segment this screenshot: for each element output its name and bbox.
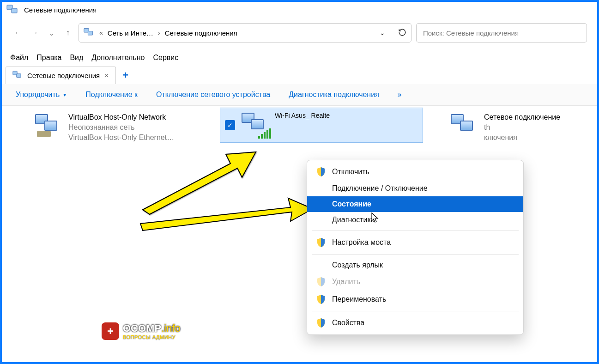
- ctx-diagnostics[interactable]: Диагностика: [307, 212, 523, 228]
- tab-strip: Сетевые подключения × +: [2, 65, 597, 84]
- address-dropdown-icon[interactable]: ⌄: [380, 29, 385, 36]
- menu-file[interactable]: Файл: [10, 54, 28, 62]
- content-area: VirtualBox Host-Only Network Неопознанна…: [2, 106, 597, 122]
- ctx-bridge[interactable]: Настройка моста: [307, 234, 523, 251]
- tab-label: Сетевые подключения: [27, 72, 100, 79]
- nav-up-button[interactable]: ↑: [62, 27, 74, 39]
- shield-icon: [316, 167, 326, 177]
- toolbar-disable[interactable]: Отключение сетевого устройства: [156, 91, 270, 99]
- tab-icon: [12, 71, 23, 80]
- menu-extra[interactable]: Дополнительно: [91, 54, 145, 62]
- network-adapter-icon: [34, 113, 63, 140]
- breadcrumb-seg1[interactable]: Сеть и Инте…: [108, 29, 153, 37]
- app-icon: [6, 5, 19, 15]
- window-title: Сетевые подключения: [24, 6, 97, 14]
- menu-service[interactable]: Сервис: [153, 54, 179, 62]
- search-input[interactable]: Поиск: Сетевые подключения: [416, 23, 587, 42]
- window-frame: Сетевые подключения ← → ⌄ ↑ « Сеть и Инт…: [0, 0, 599, 364]
- connection-title: VirtualBox Host-Only Network: [68, 113, 174, 121]
- svg-rect-5: [17, 74, 21, 78]
- ctx-separator: [312, 254, 519, 255]
- toolbar-diagnose[interactable]: Диагностика подключения: [289, 91, 379, 99]
- svg-rect-3: [88, 31, 92, 35]
- connection-device: ключения: [484, 133, 560, 142]
- shield-icon: [316, 237, 326, 248]
- tab-close-button[interactable]: ×: [104, 72, 109, 80]
- network-adapter-icon: [450, 113, 478, 140]
- ctx-rename[interactable]: Переименовать: [307, 291, 523, 308]
- search-placeholder: Поиск: Сетевые подключения: [423, 29, 519, 37]
- toolbar-connect[interactable]: Подключение к: [85, 91, 138, 99]
- tab-network-connections[interactable]: Сетевые подключения ×: [6, 67, 116, 84]
- shield-icon: [316, 294, 326, 304]
- connection-device: VirtualBox Host-Only Ethernet…: [68, 133, 174, 142]
- connection-device: Realte: [311, 112, 330, 119]
- nav-recent-button[interactable]: ⌄: [45, 27, 57, 39]
- breadcrumb-seg2[interactable]: Сетевые подключения: [165, 29, 237, 37]
- context-menu: Отключить Подключение / Отключение Состо…: [307, 160, 524, 335]
- ctx-separator: [312, 311, 519, 311]
- wifi-adapter-icon: [241, 112, 269, 139]
- breadcrumb-root-chevron[interactable]: «: [99, 29, 103, 36]
- annotation-arrow-2: [138, 196, 314, 237]
- connection-status: th: [484, 123, 560, 132]
- ctx-connect-disconnect[interactable]: Подключение / Отключение: [307, 181, 523, 196]
- connection-status: Asus_: [291, 112, 309, 119]
- shield-icon: [316, 277, 326, 287]
- connection-wifi[interactable]: ✓ Wi-Fi Asus_ Realte: [220, 108, 423, 143]
- ctx-delete: Удалить: [307, 273, 523, 291]
- ctx-disable[interactable]: Отключить: [307, 163, 523, 181]
- caret-down-icon: ▼: [62, 92, 67, 97]
- connection-status: Неопознанная сеть: [68, 123, 174, 132]
- mouse-cursor-icon: [371, 212, 380, 224]
- connection-title: Wi-Fi: [275, 112, 290, 119]
- ctx-shortcut[interactable]: Создать ярлык: [307, 257, 523, 273]
- address-bar[interactable]: « Сеть и Инте… › Сетевые подключения ⌄: [79, 23, 411, 42]
- svg-marker-7: [140, 198, 313, 231]
- menu-edit[interactable]: Правка: [36, 54, 61, 62]
- selection-checkbox[interactable]: ✓: [225, 120, 235, 130]
- new-tab-button[interactable]: +: [119, 68, 133, 82]
- ctx-status[interactable]: Состояние: [307, 196, 523, 212]
- breadcrumb-icon: [84, 28, 95, 38]
- watermark: + OCOMP.info ВОПРОСЫ АДМИНУ: [102, 322, 181, 340]
- nav-forward-button[interactable]: →: [29, 27, 41, 39]
- nav-row: ← → ⌄ ↑ « Сеть и Инте… › Сетевые подключ…: [2, 18, 597, 48]
- watermark-badge: +: [102, 322, 119, 340]
- ctx-properties[interactable]: Свойства: [307, 314, 523, 332]
- title-bar: Сетевые подключения: [2, 2, 597, 18]
- svg-rect-1: [12, 8, 17, 13]
- toolbar-overflow[interactable]: »: [398, 91, 402, 99]
- ctx-separator: [312, 231, 519, 231]
- menu-bar: Файл Правка Вид Дополнительно Сервис: [2, 48, 597, 65]
- command-toolbar: Упорядочить ▼ Подключение к Отключение с…: [2, 84, 597, 106]
- toolbar-organize[interactable]: Упорядочить ▼: [16, 91, 67, 99]
- menu-view[interactable]: Вид: [70, 54, 83, 62]
- connection-bluetooth[interactable]: Сетевое подключение th ключения: [445, 110, 593, 145]
- connection-virtualbox[interactable]: VirtualBox Host-Only Network Неопознанна…: [30, 110, 214, 145]
- shield-icon: [316, 318, 326, 328]
- refresh-icon[interactable]: [398, 28, 406, 38]
- chevron-right-icon: ›: [158, 29, 160, 36]
- nav-back-button[interactable]: ←: [12, 27, 24, 39]
- connection-title: Сетевое подключение: [484, 113, 560, 121]
